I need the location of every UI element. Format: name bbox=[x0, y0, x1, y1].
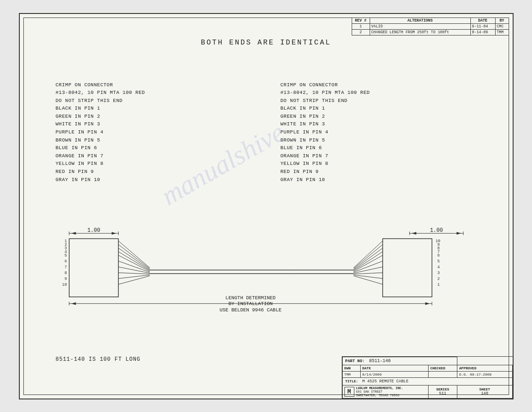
right-line-1: CRIMP ON CONNECTOR bbox=[281, 81, 370, 89]
company-name: LUDLUM MEASUREMENTS, INC. bbox=[356, 386, 403, 390]
right-line-6: WHITE IN PIN 3 bbox=[281, 120, 370, 128]
drawing-title: M 4525 REMOTE CABLE bbox=[362, 379, 409, 384]
svg-rect-12 bbox=[69, 239, 118, 297]
svg-text:7: 7 bbox=[64, 265, 67, 270]
svg-line-18 bbox=[118, 261, 150, 272]
svg-text:4: 4 bbox=[437, 265, 439, 270]
connector-svg: 1.00 1.00 bbox=[42, 221, 490, 319]
svg-text:6: 6 bbox=[437, 253, 439, 258]
svg-text:1.00: 1.00 bbox=[87, 227, 100, 234]
main-title: BOTH ENDS ARE IDENTICAL bbox=[20, 39, 513, 47]
svg-text:USE BELDEN 9946 CABLE: USE BELDEN 9946 CABLE bbox=[219, 307, 282, 312]
right-line-7: PURPLE IN PIN 4 bbox=[281, 128, 370, 137]
right-line-10: ORANGE IN PIN 7 bbox=[281, 152, 370, 160]
left-line-10: ORANGE IN PIN 7 bbox=[56, 152, 145, 160]
left-line-9: BLUE IN PIN 6 bbox=[56, 144, 145, 152]
right-line-8: BROWN IN PIN 5 bbox=[281, 137, 370, 145]
right-line-4: BLACK IN PIN 1 bbox=[281, 105, 370, 113]
svg-line-17 bbox=[118, 255, 150, 271]
svg-line-26 bbox=[353, 244, 383, 269]
left-line-4: BLACK IN PIN 1 bbox=[56, 105, 145, 113]
svg-rect-37 bbox=[382, 239, 432, 297]
svg-text:3: 3 bbox=[437, 270, 439, 275]
left-line-3: DO NOT STRIP THIS END bbox=[56, 97, 145, 105]
svg-marker-4 bbox=[112, 232, 116, 235]
sheet-number: 140 bbox=[459, 391, 510, 396]
svg-line-22 bbox=[118, 275, 150, 284]
part-number: 8511-140 bbox=[369, 359, 391, 363]
svg-line-20 bbox=[118, 272, 150, 274]
drawing-sheet: REV # ALTERATIONS DATE BY 1 VALID 6-11-0… bbox=[19, 13, 514, 399]
svg-line-21 bbox=[118, 275, 150, 278]
content-area: BOTH ENDS ARE IDENTICAL CRIMP ON CONNECT… bbox=[20, 14, 513, 399]
svg-line-14 bbox=[118, 244, 150, 269]
svg-text:6: 6 bbox=[64, 259, 67, 264]
svg-line-32 bbox=[353, 272, 383, 274]
right-line-5: GREEN IN PIN 2 bbox=[281, 113, 370, 121]
date-value: 8/14/2009 bbox=[360, 371, 428, 377]
series-value: 511 bbox=[430, 391, 455, 396]
right-line-13: GRAY IN PIN 10 bbox=[281, 176, 370, 184]
svg-text:LENGTH DETERMINED: LENGTH DETERMINED bbox=[225, 295, 276, 300]
left-line-2: #13-8042, 10 PIN MTA 100 RED bbox=[56, 89, 145, 97]
right-line-3: DO NOT STRIP THIS END bbox=[281, 97, 370, 105]
approved-value: D.G. 09-17-2009 bbox=[457, 371, 512, 377]
svg-line-33 bbox=[353, 275, 383, 278]
svg-text:5: 5 bbox=[437, 259, 439, 264]
bottom-note: 8511-140 IS 100 FT LONG bbox=[56, 356, 141, 363]
connector-drawing-area: 1.00 1.00 bbox=[42, 221, 490, 322]
svg-line-29 bbox=[353, 255, 383, 271]
svg-text:8: 8 bbox=[64, 270, 67, 275]
left-line-5: GREEN IN PIN 2 bbox=[56, 113, 145, 121]
right-line-12: RED IN PIN 9 bbox=[281, 168, 370, 176]
left-line-12: RED IN PIN 9 bbox=[56, 168, 145, 176]
watermark: manualshive bbox=[156, 116, 290, 211]
svg-marker-9 bbox=[411, 232, 416, 235]
left-line-6: WHITE IN PIN 3 bbox=[56, 120, 145, 128]
left-line-13: GRAY IN PIN 10 bbox=[56, 176, 145, 184]
title-block: PART NO: 8511-140 DWN DATE CHECKED APPRO… bbox=[342, 356, 513, 399]
checked-value bbox=[428, 371, 457, 377]
right-line-9: BLUE IN PIN 6 bbox=[281, 144, 370, 152]
svg-text:10: 10 bbox=[62, 282, 67, 287]
right-line-11: YELLOW IN PIN 8 bbox=[281, 160, 370, 168]
drn-value: TMM bbox=[342, 371, 360, 377]
svg-text:2: 2 bbox=[437, 276, 439, 281]
left-text-block: CRIMP ON CONNECTOR #13-8042, 10 PIN MTA … bbox=[56, 81, 145, 184]
svg-line-34 bbox=[353, 275, 383, 284]
svg-text:9: 9 bbox=[64, 276, 67, 281]
svg-line-27 bbox=[353, 248, 383, 270]
svg-marker-3 bbox=[71, 232, 76, 235]
svg-text:BY INSTALLATION: BY INSTALLATION bbox=[228, 301, 272, 306]
left-line-11: YELLOW IN PIN 8 bbox=[56, 160, 145, 168]
right-line-2: #13-8042, 10 PIN MTA 100 RED bbox=[281, 89, 370, 97]
left-line-8: BROWN IN PIN 5 bbox=[56, 137, 145, 145]
svg-text:1.00: 1.00 bbox=[430, 227, 443, 234]
company-city: SWEETWATER, TEXAS 79556 bbox=[356, 394, 403, 397]
company-address: 501 OAK STREET bbox=[356, 390, 403, 394]
svg-marker-62 bbox=[425, 302, 429, 305]
svg-marker-61 bbox=[71, 302, 76, 305]
left-line-7: PURPLE IN PIN 4 bbox=[56, 128, 145, 137]
svg-text:5: 5 bbox=[64, 253, 67, 258]
svg-line-30 bbox=[353, 261, 383, 272]
left-line-1: CRIMP ON CONNECTOR bbox=[56, 81, 145, 89]
svg-line-15 bbox=[118, 248, 150, 270]
svg-text:1: 1 bbox=[437, 282, 439, 287]
svg-marker-10 bbox=[456, 232, 461, 235]
right-text-block: CRIMP ON CONNECTOR #13-8042, 10 PIN MTA … bbox=[281, 81, 370, 184]
